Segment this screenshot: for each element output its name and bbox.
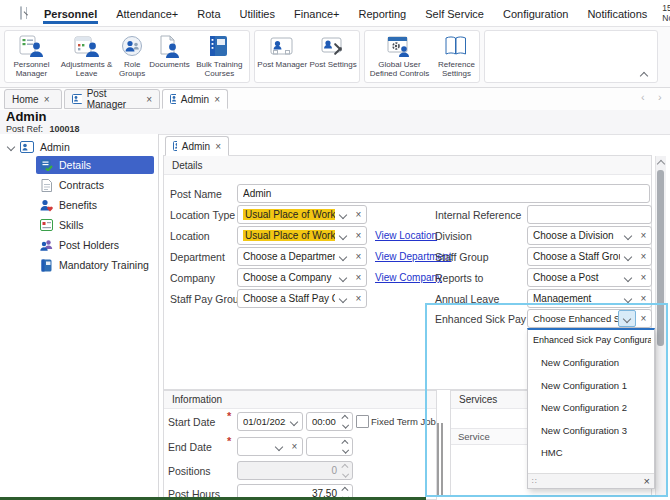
chevron-down-icon[interactable] xyxy=(618,310,636,327)
menu-item-personnel[interactable]: Personnel xyxy=(43,3,98,24)
tree-item-mandatory-training[interactable]: Mandatory Training xyxy=(40,256,149,274)
menu-item-self-service[interactable]: Self Service xyxy=(424,3,485,24)
clear-icon[interactable]: × xyxy=(636,272,651,283)
clear-icon[interactable]: × xyxy=(287,441,302,452)
chevron-down-icon[interactable] xyxy=(271,438,287,455)
close-icon[interactable]: × xyxy=(44,94,50,105)
post-name-label: Post Name xyxy=(170,188,222,200)
view-location-link[interactable]: View Location xyxy=(375,230,437,241)
tree-item-benefits[interactable]: Benefits xyxy=(40,196,97,214)
staff-pay-group-value: Choose a Staff Pay Group xyxy=(243,293,335,304)
tree-item-skills[interactable]: Skills xyxy=(40,216,84,234)
clear-icon[interactable]: × xyxy=(636,251,651,262)
start-time-spinner[interactable]: 00:00 xyxy=(306,412,353,431)
chevron-down-icon[interactable] xyxy=(620,227,636,244)
tab-scroll-left-icon[interactable]: ‹ xyxy=(641,91,645,103)
spinner-icons[interactable] xyxy=(339,438,352,455)
clear-icon[interactable]: × xyxy=(351,230,366,241)
division-combo[interactable]: Choose a Division × xyxy=(527,226,652,245)
menu-item-utilities[interactable]: Utilities xyxy=(239,3,276,24)
company-label: Company xyxy=(170,272,215,284)
menu-item-notifications[interactable]: Notifications xyxy=(586,3,648,24)
company-combo[interactable]: Choose a Company × xyxy=(237,268,367,287)
internal-reference-label: Internal Reference xyxy=(435,209,521,221)
enhanced-sick-pay-combo[interactable]: Choose Enhanced Sick ... × xyxy=(527,309,652,328)
dropdown-close-icon[interactable]: × xyxy=(644,475,650,487)
clear-icon[interactable]: × xyxy=(636,230,651,241)
view-company-link[interactable]: View Company xyxy=(375,272,442,283)
staff-pay-group-combo[interactable]: Choose a Staff Pay Group × xyxy=(237,289,367,308)
location-type-combo[interactable]: Usual Place of Work × xyxy=(237,205,367,224)
resize-grip-icon[interactable]: ∷ xyxy=(532,477,537,486)
end-time-spinner[interactable] xyxy=(306,437,353,456)
internal-reference-input[interactable] xyxy=(527,205,652,224)
bulk-training-courses-button[interactable]: Bulk Training Courses xyxy=(190,31,249,82)
clear-icon[interactable]: × xyxy=(351,209,366,220)
tree-root-admin[interactable]: Admin xyxy=(8,138,70,156)
menu-item-rota[interactable]: Rota xyxy=(196,3,221,24)
clear-icon[interactable]: × xyxy=(351,272,366,283)
tree-item-contracts[interactable]: Contracts xyxy=(40,176,104,194)
post-settings-button[interactable]: Post Settings xyxy=(310,31,357,82)
fixed-term-job-checkbox[interactable] xyxy=(356,415,369,428)
vertical-splitter[interactable] xyxy=(437,423,443,497)
reference-settings-button[interactable]: Reference Settings xyxy=(434,31,479,82)
tab-admin[interactable]: Admin × xyxy=(162,89,228,109)
start-date-picker[interactable]: 01/01/2021 xyxy=(237,412,303,431)
chevron-down-icon[interactable] xyxy=(620,248,636,265)
dropdown-option-new-configuration-3[interactable]: New Configuration 3 xyxy=(541,425,627,436)
tree-item-details[interactable]: Details xyxy=(36,156,154,174)
post-manager-button[interactable]: Post Manager xyxy=(257,31,307,82)
department-combo[interactable]: Choose a Department × xyxy=(237,247,367,266)
tree-item-post-holders[interactable]: Post Holders xyxy=(40,236,119,254)
dropdown-option-new-configuration-1[interactable]: New Configuration 1 xyxy=(541,380,627,391)
chevron-down-icon[interactable] xyxy=(335,227,351,244)
reports-to-combo[interactable]: Choose a Post × xyxy=(527,268,652,287)
dropdown-option-new-configuration-2[interactable]: New Configuration 2 xyxy=(541,402,627,413)
menu-item-finance[interactable]: Finance+ xyxy=(293,3,341,24)
documents-button[interactable]: Documents xyxy=(149,31,189,82)
app-menu-icon[interactable] xyxy=(20,6,22,20)
menu-item-reporting[interactable]: Reporting xyxy=(358,3,408,24)
tree-item-label: Benefits xyxy=(59,199,97,211)
chevron-down-icon[interactable] xyxy=(335,269,351,286)
location-combo[interactable]: Usual Place of Work × xyxy=(237,226,367,245)
clear-icon[interactable]: × xyxy=(636,293,651,304)
end-date-picker[interactable]: × xyxy=(237,437,303,456)
close-icon[interactable]: × xyxy=(146,94,152,105)
menu-item-attendance[interactable]: Attendance+ xyxy=(115,3,179,24)
clear-icon[interactable]: × xyxy=(351,251,366,262)
tree-expander-icon[interactable] xyxy=(7,143,15,151)
adjustments-leave-button[interactable]: Adjustments & Leave xyxy=(58,31,115,82)
dropdown-option-new-configuration[interactable]: New Configuration xyxy=(541,357,619,368)
spinner-icons[interactable] xyxy=(339,413,352,430)
annual-leave-combo[interactable]: Management × xyxy=(527,289,652,308)
chevron-down-icon[interactable] xyxy=(620,290,636,307)
chevron-down-icon[interactable] xyxy=(335,248,351,265)
inner-tab-admin[interactable]: Admin × xyxy=(165,136,229,156)
menu-item-configuration[interactable]: Configuration xyxy=(502,3,569,24)
close-icon[interactable]: × xyxy=(215,141,221,152)
skills-card-icon xyxy=(40,219,53,231)
clear-icon[interactable]: × xyxy=(636,313,651,324)
notifications-badge[interactable]: 156 New Notifications xyxy=(662,3,670,23)
dropdown-option-hmc[interactable]: HMC xyxy=(541,447,563,458)
chevron-down-icon[interactable] xyxy=(620,269,636,286)
ribbon-button-label: Reference Settings xyxy=(434,61,479,79)
enhanced-sick-pay-value: Choose Enhanced Sick ... xyxy=(533,313,618,324)
personnel-manager-button[interactable]: Personnel Manager xyxy=(5,31,58,82)
tab-post-manager[interactable]: Post Manager × xyxy=(64,89,160,109)
tab-home[interactable]: Home × xyxy=(4,89,62,109)
clear-icon[interactable]: × xyxy=(351,293,366,304)
close-icon[interactable]: × xyxy=(214,94,220,105)
tab-scroll-right-icon[interactable]: › xyxy=(658,91,662,103)
chevron-down-icon[interactable] xyxy=(335,206,351,223)
scrollbar-thumb[interactable] xyxy=(657,170,664,346)
chevron-down-icon[interactable] xyxy=(335,290,351,307)
global-user-defined-controls-button[interactable]: Global User Defined Controls xyxy=(365,31,434,82)
staff-group-combo[interactable]: Choose a Staff Group × xyxy=(527,247,652,266)
post-name-input[interactable]: Admin xyxy=(237,184,650,203)
role-groups-button[interactable]: Role Groups xyxy=(115,31,149,82)
chevron-down-icon[interactable] xyxy=(286,413,302,430)
page-header: Admin Post Ref: 100018 xyxy=(0,110,670,135)
